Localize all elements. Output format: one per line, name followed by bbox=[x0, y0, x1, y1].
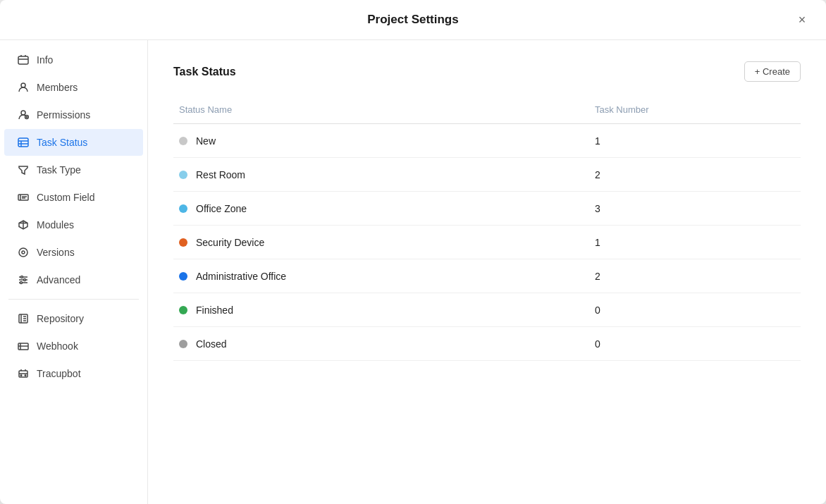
modal-header: Project Settings × bbox=[0, 0, 826, 40]
sidebar-task-status-label: Task Status bbox=[37, 137, 87, 148]
col-task-number: Task Number bbox=[589, 102, 801, 118]
advanced-icon bbox=[17, 273, 30, 286]
sidebar-task-type-label: Task Type bbox=[37, 164, 81, 176]
sidebar-item-custom-field[interactable]: Custom Field bbox=[4, 184, 143, 211]
project-settings-modal: Project Settings × Info bbox=[0, 0, 826, 504]
status-cell: Security Device bbox=[173, 231, 589, 254]
custom-field-icon bbox=[17, 191, 30, 204]
task-status-table: Status Name Task Number New 1 Rest Room … bbox=[173, 96, 801, 361]
sidebar-item-versions[interactable]: Versions bbox=[4, 239, 143, 266]
sidebar-webhook-label: Webhook bbox=[37, 340, 78, 352]
status-cell: Rest Room bbox=[173, 164, 589, 186]
status-cell: Finished bbox=[173, 299, 589, 321]
modal-title: Project Settings bbox=[367, 13, 458, 27]
task-number-cell: 2 bbox=[589, 164, 801, 186]
svg-point-4 bbox=[21, 83, 25, 87]
sidebar-item-webhook[interactable]: Webhook bbox=[4, 333, 143, 359]
table-row[interactable]: Rest Room 2 bbox=[173, 158, 801, 192]
status-dot bbox=[179, 272, 187, 281]
sidebar-item-repository[interactable]: Repository bbox=[4, 305, 143, 332]
sidebar-item-permissions[interactable]: Permissions bbox=[4, 102, 143, 128]
svg-point-19 bbox=[19, 248, 27, 257]
svg-rect-0 bbox=[18, 56, 28, 64]
status-name: Rest Room bbox=[196, 169, 245, 180]
sidebar-tracupbot-label: Tracupbot bbox=[37, 368, 81, 379]
sidebar-repository-label: Repository bbox=[37, 313, 84, 324]
table-row[interactable]: Office Zone 3 bbox=[173, 192, 801, 226]
svg-point-20 bbox=[22, 251, 25, 254]
status-dot bbox=[179, 238, 187, 247]
svg-point-34 bbox=[20, 375, 22, 376]
svg-point-25 bbox=[24, 279, 26, 281]
sidebar-item-info[interactable]: Info bbox=[4, 47, 143, 73]
sidebar-item-advanced[interactable]: Advanced bbox=[4, 266, 143, 293]
task-number-cell: 3 bbox=[589, 197, 801, 220]
task-number-cell: 1 bbox=[589, 130, 801, 152]
sidebar-item-task-status[interactable]: Task Status bbox=[4, 129, 143, 156]
status-cell: New bbox=[173, 130, 589, 152]
modal-body: Info Members bbox=[0, 40, 826, 504]
status-dot bbox=[179, 306, 187, 314]
status-dot bbox=[179, 171, 187, 179]
sidebar-versions-label: Versions bbox=[37, 247, 75, 258]
table-header: Status Name Task Number bbox=[173, 96, 801, 124]
sidebar-item-modules[interactable]: Modules bbox=[4, 211, 143, 238]
svg-point-24 bbox=[21, 276, 23, 278]
section-header: Task Status + Create bbox=[173, 61, 801, 82]
table-rows-container: New 1 Rest Room 2 Office Zone 3 Security… bbox=[173, 124, 801, 361]
task-number-cell: 0 bbox=[589, 299, 801, 321]
sidebar-divider bbox=[8, 299, 139, 300]
versions-icon bbox=[17, 246, 30, 259]
status-dot bbox=[179, 137, 187, 145]
status-dot bbox=[179, 204, 187, 213]
status-dot bbox=[179, 340, 187, 348]
sidebar-advanced-label: Advanced bbox=[37, 274, 80, 285]
task-status-icon bbox=[17, 136, 30, 149]
sidebar: Info Members bbox=[0, 40, 148, 504]
task-number-cell: 0 bbox=[589, 333, 801, 355]
table-row[interactable]: Closed 0 bbox=[173, 327, 801, 361]
svg-rect-9 bbox=[18, 138, 28, 147]
table-row[interactable]: Administrative Office 2 bbox=[173, 259, 801, 293]
repository-icon bbox=[17, 312, 30, 325]
task-number-cell: 2 bbox=[589, 265, 801, 288]
sidebar-info-label: Info bbox=[37, 54, 53, 66]
svg-point-26 bbox=[20, 282, 23, 284]
main-content: Task Status + Create Status Name Task Nu… bbox=[148, 40, 826, 504]
svg-point-5 bbox=[21, 111, 25, 115]
status-name: Security Device bbox=[196, 237, 264, 248]
sidebar-modules-label: Modules bbox=[37, 219, 74, 231]
sidebar-item-members[interactable]: Members bbox=[4, 74, 143, 101]
col-status-name: Status Name bbox=[173, 102, 589, 118]
table-row[interactable]: Finished 0 bbox=[173, 293, 801, 327]
task-number-cell: 1 bbox=[589, 231, 801, 254]
modules-icon bbox=[17, 219, 30, 231]
status-cell: Office Zone bbox=[173, 197, 589, 220]
members-icon bbox=[17, 81, 30, 94]
sidebar-members-label: Members bbox=[37, 82, 78, 93]
sidebar-item-task-type[interactable]: Task Type bbox=[4, 156, 143, 183]
table-row[interactable]: Security Device 1 bbox=[173, 226, 801, 259]
status-cell: Administrative Office bbox=[173, 265, 589, 288]
status-name: Office Zone bbox=[196, 203, 247, 214]
status-name: Administrative Office bbox=[196, 271, 286, 282]
info-icon bbox=[17, 54, 30, 66]
svg-point-35 bbox=[25, 375, 26, 376]
sidebar-custom-field-label: Custom Field bbox=[37, 192, 94, 203]
section-title: Task Status bbox=[173, 66, 236, 78]
status-name: New bbox=[196, 135, 216, 147]
svg-rect-13 bbox=[18, 195, 28, 200]
tracupbot-icon bbox=[17, 367, 30, 380]
sidebar-permissions-label: Permissions bbox=[37, 109, 90, 121]
close-button[interactable]: × bbox=[792, 10, 812, 30]
task-type-icon bbox=[17, 164, 30, 176]
table-row[interactable]: New 1 bbox=[173, 124, 801, 158]
permissions-icon bbox=[17, 109, 30, 121]
webhook-icon bbox=[17, 340, 30, 352]
sidebar-item-tracupbot[interactable]: Tracupbot bbox=[4, 360, 143, 387]
status-name: Finished bbox=[196, 305, 233, 316]
create-button[interactable]: + Create bbox=[744, 61, 801, 82]
status-name: Closed bbox=[196, 338, 227, 350]
status-cell: Closed bbox=[173, 333, 589, 355]
